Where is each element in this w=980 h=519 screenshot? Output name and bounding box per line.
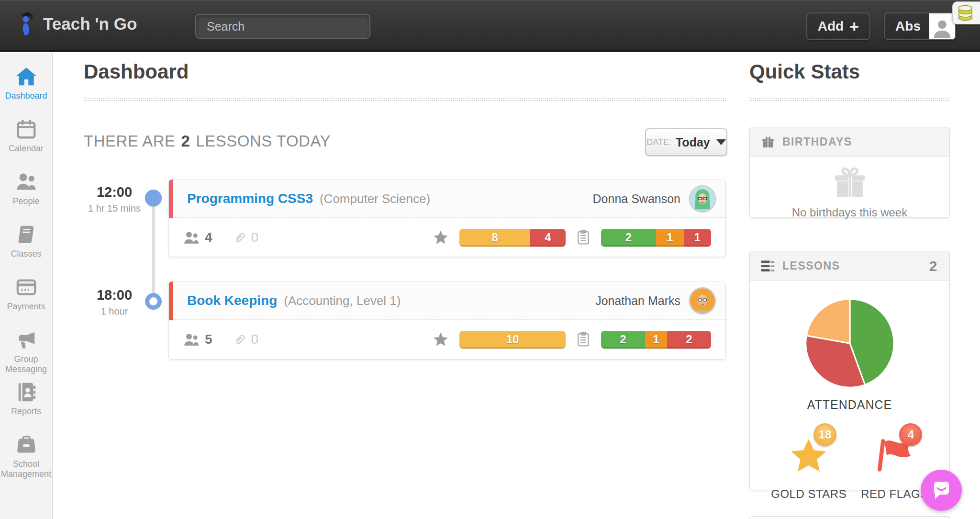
star-icon: [433, 229, 449, 246]
absences-button-label: Abs: [895, 19, 921, 34]
stars-flags-row: 18 GOLD STARS 4 RED FLAGS: [771, 434, 928, 501]
lesson-metrics: 10 2 1 2: [433, 331, 711, 349]
gold-stars-badge: 18: [813, 423, 836, 446]
attendance-bar-segment: 1: [645, 331, 667, 349]
students-stat: 4: [183, 230, 212, 245]
date-filter-value: Today: [676, 135, 710, 149]
gift-icon: [761, 135, 775, 149]
lesson-card-header: Book Keeping (Accounting, Level 1) Jonat…: [169, 282, 725, 320]
attendance-bar: 2 1 2: [601, 331, 711, 349]
add-button[interactable]: Add +: [806, 12, 870, 40]
home-icon: [15, 66, 38, 88]
lesson-time-block: 18:00 1 hour: [85, 287, 144, 317]
search-input[interactable]: [195, 14, 370, 39]
user-avatar[interactable]: [929, 13, 955, 39]
gold-stars-stat: 18 GOLD STARS: [771, 434, 846, 501]
attendance-bar-segment: 1: [684, 229, 712, 247]
brand-name: Teach 'n Go: [43, 14, 137, 34]
lesson-accent-bar: [169, 180, 173, 218]
teacher-name: Donna Swanson: [593, 192, 680, 206]
page-title: Dashboard: [84, 60, 189, 83]
gift-icon-large: [832, 165, 868, 201]
lesson-time: 12:00: [85, 184, 144, 200]
paperclip-icon: [233, 332, 247, 347]
lesson-card-footer: 4 0 8 4: [169, 218, 725, 257]
students-count: 4: [205, 230, 212, 245]
reports-contact-book-icon: [15, 381, 38, 403]
lesson-metrics: 8 4 2 1 1: [433, 229, 711, 247]
teacher-avatar-image: [690, 186, 715, 211]
red-flags-badge: 4: [899, 423, 922, 446]
timeline-dot-ring: [145, 293, 162, 310]
sidebar-label: Reports: [11, 406, 41, 417]
attendance-bar-segment: 1: [656, 229, 684, 247]
stars-bar-segment: 10: [459, 331, 566, 349]
teacher-name: Jonathan Marks: [595, 294, 680, 308]
lesson-subject: (Computer Science): [320, 192, 430, 206]
attachments-stat: 0: [233, 230, 259, 245]
top-navigation-bar: Teach 'n Go Add + Abs: [0, 0, 980, 52]
sidebar-item-school-management[interactable]: School Management: [0, 434, 52, 479]
payments-card-icon: [15, 276, 38, 298]
lessons-count-badge: 2: [929, 258, 938, 274]
attendance-bar-segment: 2: [601, 331, 645, 349]
stars-bar-segment: 4: [530, 229, 566, 247]
sidebar-item-calendar[interactable]: Calendar: [0, 118, 52, 154]
clipboard-icon: [576, 332, 590, 347]
lessons-panel: LESSONS 2 ATTENDANCE 18 GOLD STARS: [749, 251, 950, 490]
chat-launcher-button[interactable]: [921, 470, 962, 511]
sidebar-item-dashboard[interactable]: Dashboard: [0, 66, 52, 101]
extension-coins-icon[interactable]: [952, 1, 980, 24]
birthdays-header-label: BIRTHDAYS: [782, 135, 852, 148]
teacher-link[interactable]: Jonathan Marks: [595, 287, 725, 314]
megaphone-icon: [15, 329, 38, 351]
dotted-divider: [84, 98, 726, 101]
topbar-actions: Add + Abs: [806, 12, 956, 40]
toolbox-icon: [15, 434, 38, 456]
gold-stars-label: GOLD STARS: [771, 487, 846, 501]
graduate-logo-icon: [17, 11, 37, 37]
lessons-panel-header: LESSONS 2: [750, 251, 949, 281]
dotted-divider: [749, 98, 949, 101]
birthdays-panel: BIRTHDAYS No birthdays this week: [749, 127, 950, 218]
lessons-today-heading: THERE ARE 2 LESSONS TODAY: [84, 132, 331, 150]
teacher-avatar-image: [690, 288, 715, 313]
attendance-bar: 2 1 1: [601, 229, 711, 247]
lesson-duration: 1 hour: [85, 306, 144, 317]
students-stat: 5: [183, 332, 212, 347]
teacher-avatar: [689, 287, 716, 314]
people-icon: [15, 171, 38, 193]
app-root: Teach 'n Go Add + Abs: [0, 0, 980, 519]
lesson-title-link[interactable]: Book Keeping: [187, 293, 277, 308]
birthdays-panel-header: BIRTHDAYS: [750, 127, 949, 157]
chevron-down-icon: [716, 139, 726, 145]
calendar-icon: [15, 118, 38, 140]
birthdays-empty-message: No birthdays this week: [792, 206, 907, 219]
attachments-count: 0: [251, 230, 259, 245]
absences-button[interactable]: Abs: [884, 12, 956, 40]
sidebar-item-group-messaging[interactable]: Group Messaging: [0, 329, 52, 374]
lesson-time: 18:00: [85, 287, 144, 303]
date-filter-button[interactable]: DATE: Today: [645, 128, 727, 156]
lesson-subject: (Accounting, Level 1): [284, 293, 401, 308]
attendance-bar-segment: 2: [667, 331, 711, 349]
timeline-dot-filled: [145, 190, 162, 206]
lessons-count: 2: [181, 132, 190, 150]
lesson-title-link[interactable]: Programming CSS3: [187, 191, 313, 206]
teacher-link[interactable]: Donna Swanson: [593, 185, 725, 212]
partial-panel-top: [749, 516, 950, 519]
list-icon: [761, 260, 775, 272]
sidebar-item-payments[interactable]: Payments: [0, 276, 52, 312]
sidebar-item-reports[interactable]: Reports: [0, 381, 52, 417]
lesson-accent-bar: [169, 282, 173, 320]
brand-logo[interactable]: Teach 'n Go: [17, 11, 137, 37]
person-silhouette-icon: [931, 16, 953, 39]
students-icon: [183, 332, 200, 347]
sidebar-label: School Management: [0, 459, 52, 479]
sidebar-item-people[interactable]: People: [0, 171, 52, 206]
sidebar-label: Payments: [7, 302, 45, 312]
sidebar-item-classes[interactable]: Classes: [0, 224, 52, 259]
attachments-stat: 0: [233, 332, 259, 347]
coins-stack-icon: [957, 3, 976, 23]
lesson-card-header: Programming CSS3 (Computer Science) Donn…: [169, 180, 725, 218]
